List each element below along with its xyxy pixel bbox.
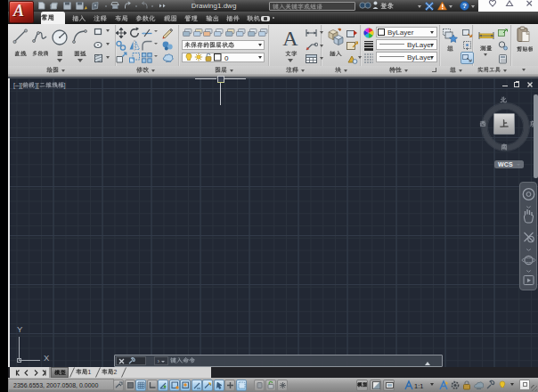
svg-text:0: 0 bbox=[224, 54, 229, 62]
svg-text:A: A bbox=[282, 27, 298, 49]
svg-text:?: ? bbox=[462, 2, 467, 10]
svg-text:1:1: 1:1 bbox=[414, 381, 423, 389]
